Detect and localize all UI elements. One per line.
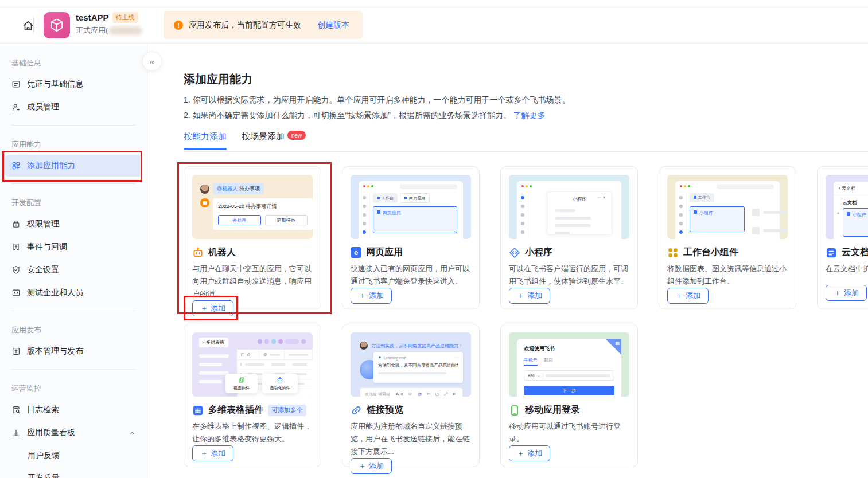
add-button-label: 添加 bbox=[369, 461, 384, 471]
window-mock: 小程序 ⋯✕ bbox=[517, 181, 621, 239]
close-icon: ✕ bbox=[602, 195, 607, 199]
add-button[interactable]: ＋ 添加 bbox=[351, 458, 392, 474]
sidebar-item-version-publish[interactable]: 版本管理与发布 bbox=[5, 340, 142, 362]
sidebar-item-user-feedback[interactable]: 用户反馈 bbox=[5, 445, 142, 466]
plus-icon: ＋ bbox=[359, 291, 366, 301]
view-plugin-chip: 视图插件 bbox=[225, 374, 258, 393]
login-mock: 欢迎使用飞书 手机号 邮箱 +86 ⌄ 下一步 ▦ bbox=[517, 339, 621, 397]
mock-primary-button: 去处理 bbox=[218, 215, 261, 225]
learn-more-link[interactable]: 了解更多 bbox=[513, 111, 546, 120]
section-label-publish: 应用发布 bbox=[0, 318, 147, 339]
todo-text: 待办事项 bbox=[239, 186, 260, 191]
chevron-up-icon[interactable] bbox=[129, 430, 135, 436]
collapse-icon: « bbox=[150, 57, 154, 66]
sidebar-item-test-company[interactable]: 测试企业和人员 bbox=[5, 282, 142, 304]
sidebar-item-members[interactable]: 成员管理 bbox=[5, 96, 142, 118]
doc-title: 云文档 bbox=[834, 195, 868, 206]
todo-title: 2022-05-20 待办事项详情 bbox=[218, 203, 308, 210]
card-preview: @机器人待办事项 2022-05-20 待办事项详情 去处理 延期待办 bbox=[192, 175, 313, 239]
create-version-link[interactable]: 创建版本 bbox=[317, 20, 349, 30]
redacted-text bbox=[109, 26, 142, 35]
sidebar-item-label: 凭证与基础信息 bbox=[27, 79, 83, 89]
card-title: 网页应用 bbox=[366, 246, 403, 258]
instructions: 1. 你可以根据实际需求，为应用开启能力。单个应用可开启多种能力，一个能力可用于… bbox=[184, 92, 570, 123]
sidebar-item-events[interactable]: 事件与回调 bbox=[5, 236, 142, 258]
tab-by-scenario[interactable]: 按场景添加 new bbox=[242, 131, 306, 150]
avatar bbox=[200, 185, 209, 194]
avatar-dots bbox=[258, 339, 306, 344]
back-icon: ‹ bbox=[839, 186, 840, 191]
card-bot: @机器人待办事项 2022-05-20 待办事项详情 去处理 延期待办 bbox=[184, 166, 321, 309]
add-button[interactable]: ＋ 添加 bbox=[509, 288, 550, 304]
card-link-preview: 方法到实践，从不同角度提高产品思维能力！ ✦Learning.com⋯ 方法到实… bbox=[342, 324, 480, 467]
sidebar-item-label: 安全设置 bbox=[27, 265, 59, 275]
phone-tab: 手机号 bbox=[524, 357, 538, 366]
app-subtitle: 正式应用( bbox=[76, 25, 108, 36]
upload-icon bbox=[11, 347, 21, 356]
card-preview: ‹ 多维表格 ⊙ bbox=[192, 332, 313, 397]
warning-icon: ! bbox=[174, 21, 183, 30]
home-icon bbox=[22, 19, 34, 32]
sidebar-item-dev-quality[interactable]: 开发质量 bbox=[5, 467, 142, 478]
plus-icon: ＋ bbox=[200, 303, 208, 314]
card-title: 机器人 bbox=[208, 246, 236, 258]
sidebar-item-quality-dashboard[interactable]: 应用质量看板 bbox=[5, 422, 142, 444]
card-title: 链接预览 bbox=[367, 404, 403, 416]
card-preview: 小程序 ⋯✕ bbox=[509, 175, 629, 239]
add-button[interactable]: ＋ 添加 bbox=[509, 445, 550, 461]
more-icon: ⋯ bbox=[455, 355, 459, 360]
lock-icon bbox=[11, 220, 21, 229]
sidebar-item-add-capability[interactable]: 添加应用能力 bbox=[5, 155, 142, 177]
sidebar-divider bbox=[11, 183, 135, 184]
log-search-icon bbox=[11, 405, 21, 414]
sidebar-item-label: 版本管理与发布 bbox=[27, 346, 83, 356]
app-icon bbox=[44, 12, 70, 38]
cloud-doc-icon bbox=[826, 247, 837, 258]
add-button[interactable]: ＋ 添加 bbox=[351, 288, 392, 304]
section-label-basic-info: 基础信息 bbox=[0, 51, 147, 72]
star-icon: ✦ bbox=[378, 355, 382, 360]
sidebar-item-label: 事件与回调 bbox=[27, 242, 67, 252]
card-preview: 工作台 小组件 bbox=[667, 175, 788, 239]
message-input-mock: 发送给 项目组 Aa ☺ @ ✄ ◷ ⤢ ➤ bbox=[360, 387, 463, 397]
add-button[interactable]: ＋ 添加 bbox=[826, 285, 867, 301]
sidebar-item-permissions[interactable]: 权限管理 bbox=[5, 213, 142, 235]
add-button[interactable]: ＋ 添加 bbox=[192, 445, 233, 461]
add-button[interactable]: ＋ 添加 bbox=[667, 288, 709, 304]
card-description: 将数据图表、图文资讯等信息通过小组件添加到工作台。 bbox=[667, 262, 788, 288]
bitable-header: ‹ 多维表格 bbox=[199, 338, 228, 347]
toolbar-icons: Aa ☺ @ ✄ ◷ ⤢ ➤ bbox=[396, 391, 458, 397]
mock-secondary-button: 延期待办 bbox=[265, 215, 308, 225]
card-description: 与用户在聊天中交互的应用，它可以向用户或群组自动发送消息，响应用户的消... bbox=[192, 262, 313, 300]
card-preview: 方法到实践，从不同角度提高产品思维能力！ ✦Learning.com⋯ 方法到实… bbox=[351, 332, 471, 397]
main-content: 添加应用能力 1. 你可以根据实际需求，为应用开启能力。单个应用可开启多种能力，… bbox=[148, 44, 868, 478]
skeleton-item bbox=[752, 227, 787, 234]
sidebar-collapse-button[interactable]: « bbox=[142, 52, 162, 71]
card-mobile-login: 欢迎使用飞书 手机号 邮箱 +86 ⌄ 下一步 ▦ bbox=[500, 324, 638, 467]
mention-text: @机器人 bbox=[217, 186, 238, 191]
robot-icon bbox=[192, 247, 204, 258]
add-button[interactable]: ＋ 添加 bbox=[192, 300, 233, 316]
sidebar-item-security[interactable]: 安全设置 bbox=[5, 259, 142, 281]
bookmark-plus-icon bbox=[11, 242, 21, 252]
sidebar-item-credentials[interactable]: 凭证与基础信息 bbox=[5, 73, 142, 95]
tab-by-capability[interactable]: 按能力添加 bbox=[184, 131, 227, 150]
bot-avatar-icon bbox=[200, 198, 209, 207]
card-description: 快速接入已有的网页应用，用户可以通过飞书客户端免登录快速进入。 bbox=[351, 262, 471, 288]
sidebar-item-label: 权限管理 bbox=[27, 219, 59, 229]
cards-row-1: @机器人待办事项 2022-05-20 待办事项详情 去处理 延期待办 bbox=[184, 166, 868, 309]
add-button-label: 添加 bbox=[369, 291, 384, 301]
tab-label: 按场景添加 bbox=[242, 131, 285, 142]
sidebar-item-label: 日志检索 bbox=[27, 405, 59, 415]
banner-text: 应用发布后，当前配置方可生效 bbox=[189, 20, 301, 30]
sidebar-item-log-search[interactable]: 日志检索 bbox=[5, 399, 142, 421]
plus-icon: ＋ bbox=[834, 288, 841, 298]
address-bar bbox=[717, 184, 774, 189]
plus-icon: ＋ bbox=[517, 448, 524, 459]
card-title: 多维表格插件 bbox=[208, 404, 263, 416]
publish-warning-banner: ! 应用发布后，当前配置方可生效 创建版本 bbox=[164, 11, 363, 39]
mention-pill: @机器人待办事项 bbox=[213, 183, 264, 194]
sidebar-divider bbox=[11, 369, 135, 370]
sidebar-item-label: 成员管理 bbox=[27, 102, 59, 112]
card-description: 应用能为注册的域名自定义链接预览，用户在飞书发送链接后，能在链接下方展示... bbox=[351, 420, 471, 458]
